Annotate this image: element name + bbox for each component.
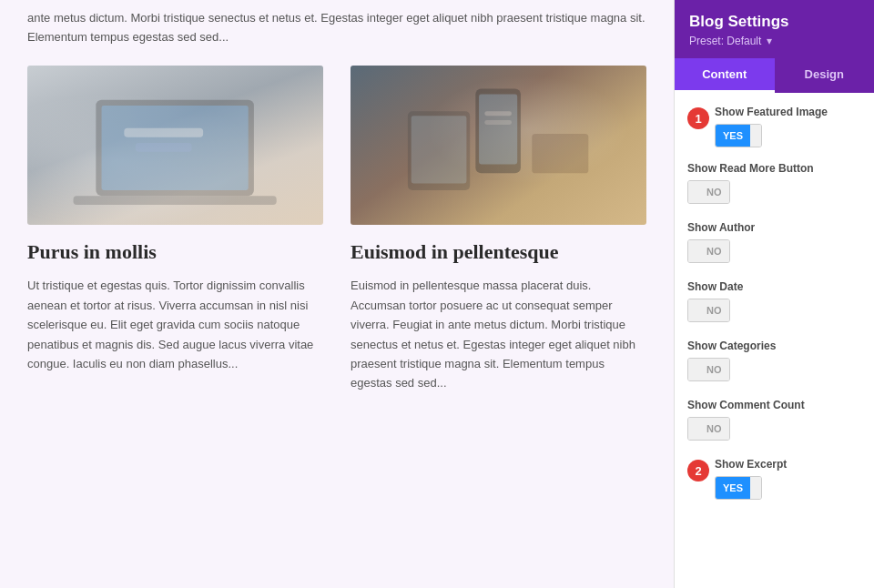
sidebar-body: 1 Show Featured Image YES Show Read More… xyxy=(675,93,874,588)
badge-1-col: 1 xyxy=(687,107,715,129)
toggle-comment-count[interactable]: NO xyxy=(687,417,730,441)
toggle-date[interactable]: NO xyxy=(687,299,730,322)
setting-date: Show Date NO xyxy=(687,280,861,325)
post-2-body: Euismod in pellentesque massa placerat d… xyxy=(351,276,646,393)
toggle-no-text: NO xyxy=(699,181,729,203)
sidebar: Blog Settings Preset: Default ▾ Content … xyxy=(674,0,874,588)
tab-design[interactable]: Design xyxy=(775,58,875,93)
toggle-author-no: NO xyxy=(699,240,729,262)
svg-rect-10 xyxy=(412,116,467,183)
sidebar-tabs: Content Design xyxy=(675,58,874,93)
setting-excerpt: 2 Show Excerpt YES xyxy=(687,458,861,500)
setting-categories-label: Show Categories xyxy=(687,340,861,352)
svg-rect-6 xyxy=(479,94,517,164)
toggle-author[interactable]: NO xyxy=(687,239,730,263)
sidebar-preset: Preset: Default ▾ xyxy=(689,35,859,47)
svg-rect-7 xyxy=(485,111,513,116)
toggle-comment-no: NO xyxy=(699,418,729,440)
sidebar-title: Blog Settings xyxy=(689,13,859,31)
preset-dropdown-icon[interactable]: ▾ xyxy=(767,35,772,47)
post-2-title: Euismod in pellentesque xyxy=(351,239,646,266)
setting-read-more-label: Show Read More Button xyxy=(687,162,861,175)
setting-author-label: Show Author xyxy=(687,221,861,234)
toggle-excerpt-no-side xyxy=(750,477,761,499)
blog-grid: Purus in mollis Ut tristique et egestas … xyxy=(27,66,646,393)
setting-read-more: Show Read More Button NO xyxy=(687,162,861,207)
toggle-categories-off-left xyxy=(688,359,699,380)
intro-text: ante metus dictum. Morbi tristique senec… xyxy=(27,0,646,47)
main-content: ante metus dictum. Morbi tristique senec… xyxy=(0,0,674,588)
setting-featured-image: 1 Show Featured Image YES xyxy=(687,106,861,147)
toggle-yes-label: YES xyxy=(716,125,750,147)
post-1-body: Ut tristique et egestas quis. Tortor dig… xyxy=(27,276,323,373)
toggle-excerpt-yes: YES xyxy=(716,477,750,499)
post-2-image xyxy=(351,66,646,225)
post-1-title: Purus in mollis xyxy=(27,239,323,266)
setting-excerpt-content: Show Excerpt YES xyxy=(715,458,861,500)
svg-rect-11 xyxy=(533,134,589,173)
toggle-categories[interactable]: NO xyxy=(687,358,730,381)
blog-card-2: Euismod in pellentesque Euismod in pelle… xyxy=(351,66,646,393)
setting-featured-image-label: Show Featured Image xyxy=(715,106,861,118)
svg-rect-8 xyxy=(485,120,513,125)
setting-categories: Show Categories NO xyxy=(687,340,861,384)
setting-excerpt-label: Show Excerpt xyxy=(715,458,861,471)
svg-rect-4 xyxy=(74,196,277,205)
toggle-date-off-left xyxy=(688,299,699,321)
toggle-comment-off-left xyxy=(688,418,699,440)
setting-comment-count-label: Show Comment Count xyxy=(687,399,861,411)
toggle-read-more[interactable]: NO xyxy=(687,180,730,204)
badge-2: 2 xyxy=(687,460,709,482)
badge-2-col: 2 xyxy=(687,460,715,482)
setting-date-label: Show Date xyxy=(687,280,861,293)
toggle-author-off-left xyxy=(688,240,699,262)
badge-1: 1 xyxy=(687,107,709,129)
svg-rect-3 xyxy=(136,143,192,152)
toggle-no-side xyxy=(750,125,761,147)
setting-author: Show Author NO xyxy=(687,221,861,266)
toggle-date-no: NO xyxy=(699,299,729,321)
svg-rect-2 xyxy=(125,128,204,137)
toggle-categories-no: NO xyxy=(699,359,729,380)
tab-content[interactable]: Content xyxy=(675,58,775,93)
setting-featured-image-content: Show Featured Image YES xyxy=(715,106,861,147)
toggle-excerpt[interactable]: YES xyxy=(715,476,762,500)
toggle-off-side-left xyxy=(688,181,699,203)
post-1-image xyxy=(27,66,323,225)
blog-card-1: Purus in mollis Ut tristique et egestas … xyxy=(27,66,323,393)
toggle-featured-image[interactable]: YES xyxy=(715,124,762,147)
setting-comment-count: Show Comment Count NO xyxy=(687,399,861,443)
sidebar-header: Blog Settings Preset: Default ▾ xyxy=(675,0,874,58)
